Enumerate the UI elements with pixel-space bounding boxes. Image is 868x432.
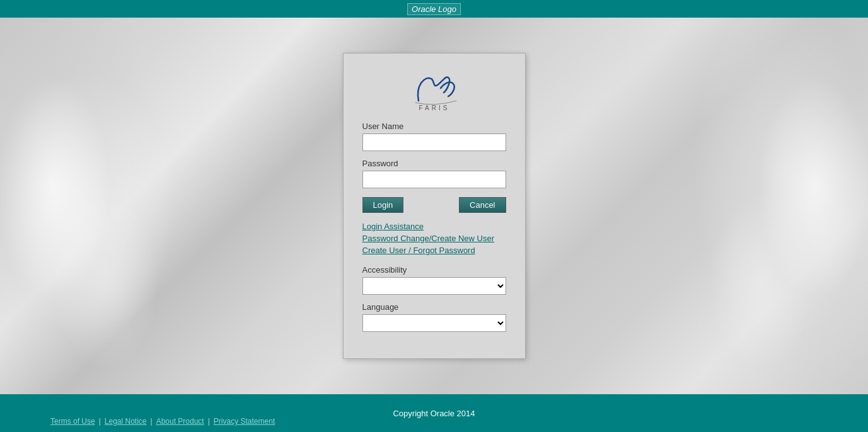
language-label: Language: [362, 302, 506, 312]
faris-logo-svg: FARIS: [403, 66, 466, 110]
about-product-link[interactable]: About Product: [156, 417, 204, 426]
button-row: Login Cancel: [362, 197, 506, 213]
login-assistance-link[interactable]: Login Assistance: [362, 222, 506, 231]
accessibility-select[interactable]: [362, 277, 506, 295]
terms-of-use-link[interactable]: Terms of Use: [50, 417, 95, 426]
language-select[interactable]: [362, 314, 506, 332]
username-group: User Name: [362, 122, 506, 151]
login-button[interactable]: Login: [362, 197, 404, 213]
separator-2: |: [151, 417, 153, 426]
language-group: Language: [362, 302, 506, 332]
separator-1: |: [99, 417, 101, 426]
bottom-footer-bar: Copyright Oracle 2014 Terms of Use | Leg…: [0, 394, 868, 432]
accessibility-label: Accessibility: [362, 265, 506, 275]
password-group: Password: [362, 159, 506, 188]
password-label: Password: [362, 159, 506, 168]
legal-notice-link[interactable]: Legal Notice: [105, 417, 147, 426]
username-label: User Name: [362, 122, 506, 131]
footer-links: Terms of Use | Legal Notice | About Prod…: [50, 417, 275, 426]
link-section: Login Assistance Password Change/Create …: [362, 222, 506, 255]
oracle-logo: Oracle Logo: [407, 3, 461, 15]
separator-3: |: [208, 417, 210, 426]
privacy-statement-link[interactable]: Privacy Statement: [214, 417, 275, 426]
login-panel: FARIS User Name Password Login Cancel Lo…: [343, 53, 526, 359]
top-header-bar: Oracle Logo: [0, 0, 868, 18]
cancel-button[interactable]: Cancel: [459, 197, 506, 213]
copyright-text: Copyright Oracle 2014: [393, 409, 475, 418]
main-content-area: FARIS User Name Password Login Cancel Lo…: [0, 18, 868, 394]
faris-logo: FARIS: [403, 66, 466, 110]
create-user-link[interactable]: Create User / Forgot Password: [362, 246, 506, 255]
password-input[interactable]: [362, 171, 506, 188]
logo-area: FARIS: [362, 66, 506, 110]
password-change-link[interactable]: Password Change/Create New User: [362, 234, 506, 243]
svg-text:FARIS: FARIS: [419, 105, 449, 110]
accessibility-group: Accessibility: [362, 265, 506, 295]
username-input[interactable]: [362, 134, 506, 151]
